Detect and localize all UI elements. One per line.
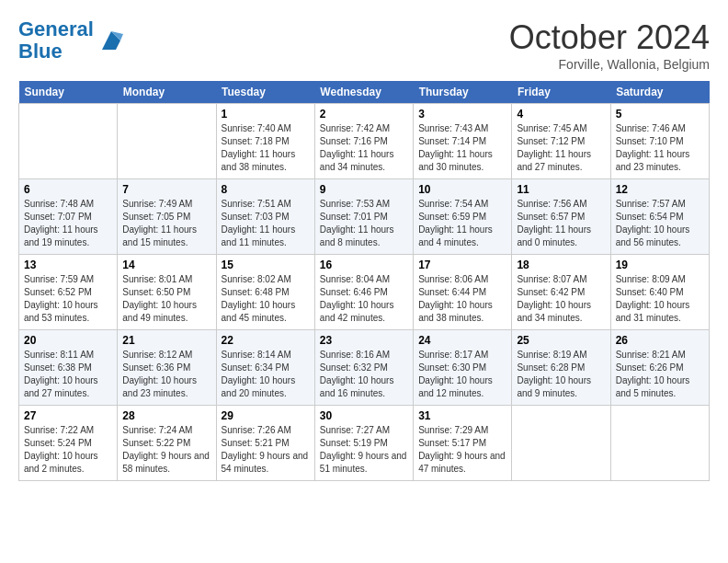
day-number: 4 (517, 108, 605, 121)
calendar-cell: 6 Sunrise: 7:48 AMSunset: 7:07 PMDayligh… (19, 179, 118, 255)
day-number: 31 (418, 409, 506, 422)
sunrise-text: Sunrise: 8:09 AMSunset: 6:40 PMDaylight:… (616, 274, 690, 323)
col-sunday: Sunday (19, 81, 118, 104)
calendar-cell: 27 Sunrise: 7:22 AMSunset: 5:24 PMDaylig… (19, 406, 118, 481)
sunrise-text: Sunrise: 8:16 AMSunset: 6:32 PMDaylight:… (320, 350, 394, 398)
calendar-cell: 1 Sunrise: 7:40 AMSunset: 7:18 PMDayligh… (216, 104, 314, 179)
sunrise-text: Sunrise: 7:27 AMSunset: 5:19 PMDaylight:… (320, 425, 407, 474)
calendar-table: Sunday Monday Tuesday Wednesday Thursday… (18, 81, 710, 481)
day-number: 8 (222, 183, 310, 196)
calendar-cell: 30 Sunrise: 7:27 AMSunset: 5:19 PMDaylig… (314, 406, 413, 481)
day-number: 24 (418, 334, 506, 347)
title-block: October 2024 Forville, Wallonia, Belgium (509, 18, 710, 72)
calendar-cell: 4 Sunrise: 7:45 AMSunset: 7:12 PMDayligh… (512, 104, 610, 179)
sunrise-text: Sunrise: 7:51 AMSunset: 7:03 PMDaylight:… (222, 199, 296, 247)
calendar-cell: 19 Sunrise: 8:09 AMSunset: 6:40 PMDaylig… (610, 255, 709, 330)
logo-icon (97, 27, 125, 54)
calendar-week-row: 20 Sunrise: 8:11 AMSunset: 6:38 PMDaylig… (19, 330, 710, 406)
calendar-cell: 26 Sunrise: 8:21 AMSunset: 6:26 PMDaylig… (610, 330, 709, 406)
col-wednesday: Wednesday (314, 81, 413, 104)
calendar-cell: 18 Sunrise: 8:07 AMSunset: 6:42 PMDaylig… (512, 255, 610, 330)
calendar-cell: 11 Sunrise: 7:56 AMSunset: 6:57 PMDaylig… (512, 179, 610, 255)
month-title: October 2024 (509, 18, 710, 57)
day-number: 17 (418, 259, 506, 271)
sunrise-text: Sunrise: 8:14 AMSunset: 6:34 PMDaylight:… (222, 350, 296, 398)
sunrise-text: Sunrise: 8:02 AMSunset: 6:48 PMDaylight:… (222, 274, 296, 323)
calendar-cell: 17 Sunrise: 8:06 AMSunset: 6:44 PMDaylig… (414, 255, 512, 330)
sunrise-text: Sunrise: 8:11 AMSunset: 6:38 PMDaylight:… (24, 350, 98, 398)
sunrise-text: Sunrise: 8:06 AMSunset: 6:44 PMDaylight:… (418, 274, 493, 323)
sunrise-text: Sunrise: 7:45 AMSunset: 7:12 PMDaylight:… (517, 123, 591, 172)
day-number: 16 (320, 259, 408, 271)
sunrise-text: Sunrise: 7:54 AMSunset: 6:59 PMDaylight:… (418, 199, 493, 247)
day-number: 3 (418, 108, 506, 121)
calendar-week-row: 6 Sunrise: 7:48 AMSunset: 7:07 PMDayligh… (19, 179, 710, 255)
calendar-cell: 24 Sunrise: 8:17 AMSunset: 6:30 PMDaylig… (414, 330, 512, 406)
page-header: General Blue October 2024 Forville, Wall… (18, 18, 710, 72)
sunrise-text: Sunrise: 7:42 AMSunset: 7:16 PMDaylight:… (320, 123, 394, 172)
calendar-cell: 20 Sunrise: 8:11 AMSunset: 6:38 PMDaylig… (19, 330, 118, 406)
sunrise-text: Sunrise: 7:43 AMSunset: 7:14 PMDaylight:… (418, 123, 493, 172)
location-subtitle: Forville, Wallonia, Belgium (509, 57, 710, 72)
calendar-cell: 25 Sunrise: 8:19 AMSunset: 6:28 PMDaylig… (512, 330, 610, 406)
calendar-cell (118, 104, 216, 179)
calendar-week-row: 27 Sunrise: 7:22 AMSunset: 5:24 PMDaylig… (19, 406, 710, 481)
calendar-cell (19, 104, 118, 179)
col-monday: Monday (118, 81, 216, 104)
logo-general: General (18, 17, 94, 40)
calendar-week-row: 1 Sunrise: 7:40 AMSunset: 7:18 PMDayligh… (19, 104, 710, 179)
calendar-cell: 10 Sunrise: 7:54 AMSunset: 6:59 PMDaylig… (414, 179, 512, 255)
calendar-cell: 8 Sunrise: 7:51 AMSunset: 7:03 PMDayligh… (216, 179, 314, 255)
sunrise-text: Sunrise: 8:12 AMSunset: 6:36 PMDaylight:… (122, 350, 197, 398)
day-number: 5 (616, 108, 704, 121)
sunrise-text: Sunrise: 7:49 AMSunset: 7:05 PMDaylight:… (122, 199, 197, 247)
sunrise-text: Sunrise: 8:17 AMSunset: 6:30 PMDaylight:… (418, 350, 493, 398)
calendar-cell: 16 Sunrise: 8:04 AMSunset: 6:46 PMDaylig… (314, 255, 413, 330)
col-thursday: Thursday (414, 81, 512, 104)
calendar-cell: 15 Sunrise: 8:02 AMSunset: 6:48 PMDaylig… (216, 255, 314, 330)
sunrise-text: Sunrise: 7:40 AMSunset: 7:18 PMDaylight:… (222, 123, 296, 172)
calendar-cell: 23 Sunrise: 8:16 AMSunset: 6:32 PMDaylig… (314, 330, 413, 406)
day-number: 18 (517, 259, 605, 271)
day-number: 28 (122, 409, 210, 422)
logo: General Blue (18, 18, 125, 63)
day-number: 30 (320, 409, 408, 422)
day-number: 21 (122, 334, 210, 347)
day-number: 19 (616, 259, 704, 271)
sunrise-text: Sunrise: 7:29 AMSunset: 5:17 PMDaylight:… (418, 425, 506, 474)
day-number: 26 (616, 334, 704, 347)
sunrise-text: Sunrise: 7:56 AMSunset: 6:57 PMDaylight:… (517, 199, 591, 247)
sunrise-text: Sunrise: 7:59 AMSunset: 6:52 PMDaylight:… (24, 274, 98, 323)
day-number: 15 (222, 259, 310, 271)
logo-blue: Blue (18, 40, 63, 63)
calendar-cell: 7 Sunrise: 7:49 AMSunset: 7:05 PMDayligh… (118, 179, 216, 255)
sunrise-text: Sunrise: 7:48 AMSunset: 7:07 PMDaylight:… (24, 199, 98, 247)
calendar-week-row: 13 Sunrise: 7:59 AMSunset: 6:52 PMDaylig… (19, 255, 710, 330)
calendar-cell: 29 Sunrise: 7:26 AMSunset: 5:21 PMDaylig… (216, 406, 314, 481)
day-number: 11 (517, 183, 605, 196)
calendar-cell: 13 Sunrise: 7:59 AMSunset: 6:52 PMDaylig… (19, 255, 118, 330)
header-row: Sunday Monday Tuesday Wednesday Thursday… (19, 81, 710, 104)
day-number: 13 (24, 259, 112, 271)
day-number: 22 (222, 334, 310, 347)
calendar-cell: 5 Sunrise: 7:46 AMSunset: 7:10 PMDayligh… (610, 104, 709, 179)
calendar-cell (512, 406, 610, 481)
day-number: 29 (222, 409, 310, 422)
calendar-cell (610, 406, 709, 481)
col-friday: Friday (512, 81, 610, 104)
day-number: 2 (320, 108, 408, 121)
sunrise-text: Sunrise: 8:21 AMSunset: 6:26 PMDaylight:… (616, 350, 690, 398)
sunrise-text: Sunrise: 8:07 AMSunset: 6:42 PMDaylight:… (517, 274, 591, 323)
sunrise-text: Sunrise: 7:26 AMSunset: 5:21 PMDaylight:… (222, 425, 309, 474)
sunrise-text: Sunrise: 7:57 AMSunset: 6:54 PMDaylight:… (616, 199, 690, 247)
calendar-cell: 14 Sunrise: 8:01 AMSunset: 6:50 PMDaylig… (118, 255, 216, 330)
sunrise-text: Sunrise: 8:19 AMSunset: 6:28 PMDaylight:… (517, 350, 591, 398)
logo-text: General Blue (18, 18, 94, 63)
col-tuesday: Tuesday (216, 81, 314, 104)
calendar-cell: 31 Sunrise: 7:29 AMSunset: 5:17 PMDaylig… (414, 406, 512, 481)
day-number: 12 (616, 183, 704, 196)
day-number: 10 (418, 183, 506, 196)
calendar-cell: 9 Sunrise: 7:53 AMSunset: 7:01 PMDayligh… (314, 179, 413, 255)
day-number: 20 (24, 334, 112, 347)
day-number: 23 (320, 334, 408, 347)
